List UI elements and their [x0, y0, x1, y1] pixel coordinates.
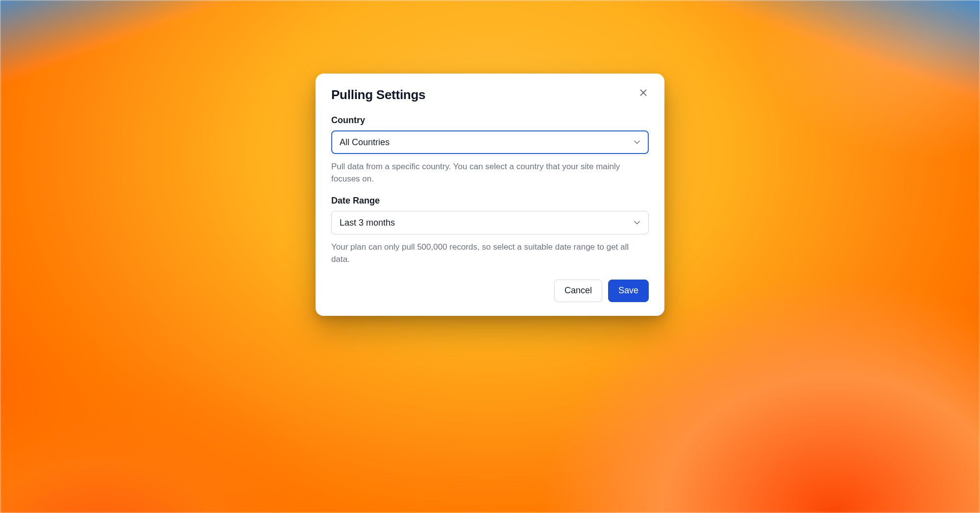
date-range-select[interactable]: Last 3 months [331, 211, 649, 234]
close-button[interactable] [636, 85, 651, 100]
dialog-title: Pulling Settings [331, 87, 425, 103]
country-select-value: All Countries [340, 137, 390, 148]
date-range-help-text: Your plan can only pull 500,000 records,… [331, 241, 649, 265]
date-range-select-value: Last 3 months [340, 218, 395, 228]
pulling-settings-dialog: Pulling Settings Country All Countries P… [316, 74, 664, 316]
country-label: Country [331, 115, 649, 126]
close-icon [638, 92, 649, 100]
country-field: Country All Countries Pull data from a s… [331, 115, 649, 185]
date-range-select-control[interactable]: Last 3 months [331, 211, 649, 234]
save-button[interactable]: Save [608, 280, 649, 302]
date-range-label: Date Range [331, 196, 649, 206]
country-select[interactable]: All Countries [331, 130, 649, 154]
country-select-control[interactable]: All Countries [331, 130, 649, 154]
date-range-field: Date Range Last 3 months Your plan can o… [331, 196, 649, 265]
dialog-header: Pulling Settings [331, 87, 649, 103]
dialog-actions: Cancel Save [331, 280, 649, 302]
cancel-button[interactable]: Cancel [554, 280, 602, 302]
modal-overlay: Pulling Settings Country All Countries P… [0, 0, 980, 513]
country-help-text: Pull data from a specific country. You c… [331, 161, 649, 185]
